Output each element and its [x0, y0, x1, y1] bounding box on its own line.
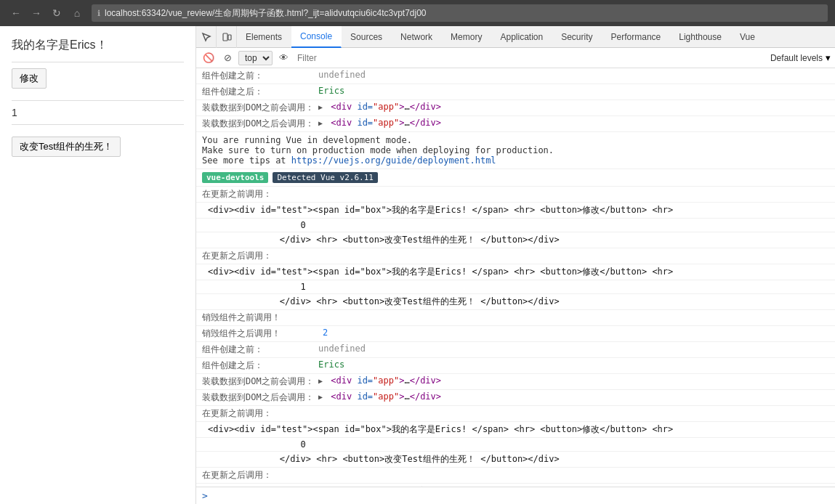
list-item: 0 [196, 438, 835, 452]
lock-icon: ℹ [97, 9, 100, 18]
list-item: 销毁组件之后调用！ 2 [196, 326, 835, 342]
log-value: undefined [318, 344, 366, 354]
clear-console-button[interactable]: 🚫 [201, 50, 217, 66]
list-item: <div><div id="test"><span id="box">我的名字是… [196, 422, 835, 438]
back-button[interactable]: ← [7, 4, 25, 22]
console-input[interactable] [212, 491, 829, 501]
log-value: <div><div id="test"><span id="box">我的名字是… [202, 204, 673, 216]
log-value: Erics [318, 86, 344, 96]
log-value: 0 [202, 220, 306, 230]
levels-selector[interactable]: Default levels [770, 53, 823, 63]
eye-icon-button[interactable]: 👁 [275, 50, 291, 66]
tab-console[interactable]: Console [291, 26, 342, 48]
log-label: 在更新之前调用： [202, 407, 318, 420]
log-value: ▶ <div id="app">…</div> [318, 102, 441, 112]
address-bar[interactable]: ℹ localhost:63342/vue_review/生命周期钩子函数.ht… [92, 4, 828, 22]
list-item: 组件创建之后： Erics [196, 84, 835, 100]
log-value: <div><div id="test"><span id="box">我的名字是… [202, 266, 673, 278]
tab-application[interactable]: Application [491, 26, 552, 48]
list-item: <div><div id="test"><span id="box">我的名字是… [196, 203, 835, 219]
divider-1 [12, 62, 184, 62]
list-item: 装载数据到DOM之前会调用： ▶ <div id="app">…</div> [196, 100, 835, 116]
tab-network[interactable]: Network [392, 26, 442, 48]
log-label: 装载数据到DOM之后会调用： [202, 391, 318, 404]
list-item: 在更新之后调用： [196, 248, 835, 264]
svg-rect-1 [228, 35, 231, 40]
log-label: 销毁组件之后调用！ [202, 328, 318, 340]
vue-mode-warning: You are running Vue in development mode.… [196, 132, 835, 169]
list-item: 组件创建之前： undefined [196, 342, 835, 358]
log-value: Erics [318, 359, 344, 370]
context-selector[interactable]: top [238, 51, 273, 65]
levels-chevron: ▾ [826, 52, 831, 63]
app-title: 我的名字是Erics！ [12, 38, 184, 53]
console-toolbar: 🚫 ⊘ top 👁 Default levels ▾ [196, 48, 835, 68]
log-value: ▶ <div id="app">…</div> [318, 375, 441, 386]
tab-security[interactable]: Security [552, 26, 602, 48]
nav-buttons: ← → ↻ ⌂ [7, 4, 86, 22]
log-label: 组件创建之后： [202, 359, 318, 372]
tab-elements[interactable]: Elements [237, 26, 291, 48]
console-output[interactable]: 组件创建之前： undefined 组件创建之后： Erics 装载数据到DOM… [196, 68, 835, 487]
list-item: 0 [196, 219, 835, 232]
devtools-tabs: Elements Console Sources Network Memory … [196, 26, 835, 48]
log-label: 组件创建之后： [202, 86, 318, 98]
log-label: 在更新之后调用： [202, 250, 318, 262]
list-item: 销毁组件之前调用！ [196, 310, 835, 326]
log-label: 装载数据到DOM之前会调用： [202, 375, 318, 388]
home-button[interactable]: ⌂ [68, 4, 86, 22]
list-item: </div> <hr> <button>改变Test组件的生死！ </butto… [196, 232, 835, 248]
list-item: 装载数据到DOM之后会调用： ▶ <div id="app">…</div> [196, 390, 835, 406]
log-value: </div> <hr> <button>改变Test组件的生死！ </butto… [202, 296, 560, 308]
log-label: 在更新之前调用： [202, 188, 318, 200]
list-item: 在更新之后调用： [196, 468, 835, 484]
log-value: 2 [323, 328, 328, 338]
vue-app-panel: 我的名字是Erics！ 修改 1 改变Test组件的生死！ [0, 26, 196, 504]
device-icon-btn[interactable] [217, 26, 237, 48]
log-label: 装载数据到DOM之前会调用： [202, 102, 318, 114]
tab-memory[interactable]: Memory [442, 26, 491, 48]
list-item: <div><div id="test"><span id="box">我的名字是… [196, 264, 835, 280]
log-label: 装载数据到DOM之后会调用： [202, 118, 318, 130]
log-value: ▶ <div id="app">…</div> [318, 118, 441, 128]
list-item: 在更新之前调用： [196, 406, 835, 422]
filter-input[interactable] [294, 52, 767, 65]
detected-badge: Detected Vue v2.6.11 [273, 172, 377, 183]
log-value: ▶ <div id="app">…</div> [318, 391, 441, 402]
tab-performance[interactable]: Performance [602, 26, 671, 48]
log-value: </div> <hr> <button>改变Test组件的生死！ </butto… [202, 453, 560, 466]
log-label: 销毁组件之前调用！ [202, 312, 318, 324]
list-item: 装载数据到DOM之前会调用： ▶ <div id="app">…</div> [196, 374, 835, 390]
console-input-line: > [196, 487, 835, 504]
vue-devtools-banner: vue-devtools Detected Vue v2.6.11 [196, 169, 835, 187]
destroy-button[interactable]: 改变Test组件的生死！ [12, 137, 121, 157]
devtools-panel: Elements Console Sources Network Memory … [196, 26, 835, 504]
reload-button[interactable]: ↻ [48, 4, 65, 22]
tab-sources[interactable]: Sources [342, 26, 392, 48]
deployment-link[interactable]: https://vuejs.org/guide/deployment.html [291, 155, 496, 166]
list-item: 在更新之前调用： [196, 187, 835, 203]
tab-vue[interactable]: Vue [731, 26, 765, 48]
divider-3 [12, 124, 184, 125]
log-value: 0 [202, 439, 306, 450]
inspect-icon-btn[interactable] [196, 26, 217, 48]
log-value: </div> <hr> <button>改变Test组件的生死！ </butto… [202, 234, 560, 246]
log-value: undefined [318, 70, 366, 80]
main-layout: 我的名字是Erics！ 修改 1 改变Test组件的生死！ Elements [0, 26, 835, 504]
tab-lighthouse[interactable]: Lighthouse [670, 26, 731, 48]
log-value: 1 [202, 282, 306, 292]
browser-toolbar: ← → ↻ ⌂ ℹ localhost:63342/vue_review/生命周… [0, 0, 835, 26]
vue-badge: vue-devtools [202, 172, 268, 183]
filter-icon-button[interactable]: ⊘ [219, 50, 235, 66]
list-item: 1 [196, 280, 835, 294]
modify-button[interactable]: 修改 [12, 68, 47, 89]
console-prompt: > [202, 490, 208, 501]
svg-rect-0 [223, 33, 227, 41]
list-item: 组件创建之后： Erics [196, 358, 835, 374]
url-text: localhost:63342/vue_review/生命周期钩子函数.html… [105, 7, 427, 20]
counter-value: 1 [12, 107, 184, 118]
log-label: 组件创建之前： [202, 344, 318, 356]
forward-button[interactable]: → [28, 4, 45, 22]
list-item: </div> <hr> <button>改变Test组件的生死！ </butto… [196, 294, 835, 310]
divider-2 [12, 100, 184, 101]
